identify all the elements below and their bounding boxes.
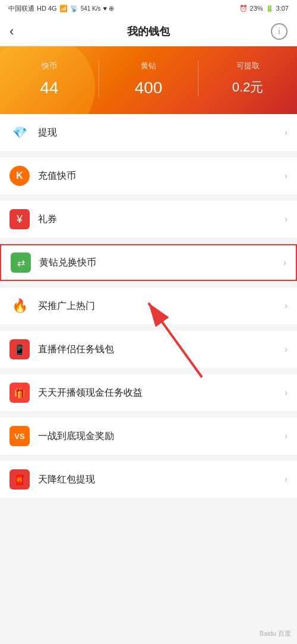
divider-4 <box>0 282 297 288</box>
network-label: HD 4G <box>37 5 57 12</box>
status-right: ⏰ 23% 🔋 3:07 <box>239 5 289 12</box>
arrow-icon-withdraw: › <box>285 127 287 138</box>
coupon-label: 礼券 <box>38 213 285 226</box>
divider-2 <box>0 195 297 201</box>
info-button[interactable]: i <box>271 23 287 40</box>
arrow-icon-live-partner: › <box>285 344 287 355</box>
divider-5 <box>0 325 297 331</box>
kuaibi-label: 快币 <box>42 61 57 71</box>
wallet-col-withdrawable: 可提取 0.2元 <box>198 61 297 96</box>
coupon-icon: ¥ <box>10 209 30 229</box>
arrow-icon-promote: › <box>285 301 287 311</box>
menu-item-live-partner[interactable]: 📱 直播伴侣任务钱包 › <box>0 331 297 368</box>
menu-item-red-packet[interactable]: 🧧 天降红包提现 › <box>0 461 297 498</box>
live-partner-icon: 📱 <box>10 339 30 359</box>
red-packet-icon: 🧧 <box>10 469 30 490</box>
page-title: 我的钱包 <box>127 24 170 39</box>
divider-7 <box>0 412 297 418</box>
daily-broadcast-label: 天天开播领现金任务收益 <box>38 387 285 399</box>
status-bar: 中国联通 HD 4G 📶 📡 541 K/s ♥ ⊕ ⏰ 23% 🔋 3:07 <box>0 0 297 17</box>
menu-section: 💎 提现 › K 充值快币 › ¥ 礼券 › ⇄ 黄钻兑换快币 › 🔥 <box>0 114 297 498</box>
exchange-label: 黄钻兑换快币 <box>39 257 283 269</box>
diamond-icon: 💎 <box>10 122 30 143</box>
k-icon: K <box>10 166 30 186</box>
carrier-label: 中国联通 <box>8 4 34 13</box>
menu-item-daily-broadcast[interactable]: 🎁 天天开播领现金任务收益 › <box>0 374 297 411</box>
extra-icons: ♥ ⊕ <box>103 5 115 12</box>
back-button[interactable]: ‹ <box>10 25 14 38</box>
broadcast-icon: 🎁 <box>10 383 30 403</box>
divider-3 <box>0 238 297 244</box>
menu-item-promote[interactable]: 🔥 买推广上热门 › <box>0 288 297 324</box>
arrow-icon-exchange: › <box>283 257 286 268</box>
withdraw-label: 提现 <box>38 127 285 139</box>
promote-label: 买推广上热门 <box>38 300 285 312</box>
wallet-col-huangzuan: 黄钻 400 <box>99 61 198 97</box>
battle-label: 一战到底现金奖励 <box>38 430 285 443</box>
status-left: 中国联通 HD 4G 📶 📡 541 K/s ♥ ⊕ <box>8 4 114 13</box>
withdrawable-value: 0.2元 <box>232 78 264 96</box>
red-packet-label: 天降红包提现 <box>38 473 285 486</box>
huangzuan-value: 400 <box>135 78 163 97</box>
wallet-col-kuaibi: 快币 44 <box>0 61 99 97</box>
speed-label: 541 K/s <box>81 5 101 12</box>
battery-icon: 🔋 <box>266 5 274 12</box>
withdrawable-label: 可提取 <box>236 61 260 71</box>
arrow-icon-red-packet: › <box>285 474 287 485</box>
page-wrapper: 中国联通 HD 4G 📶 📡 541 K/s ♥ ⊕ ⏰ 23% 🔋 3:07 … <box>0 0 297 498</box>
alarm-icon: ⏰ <box>239 5 248 12</box>
huangzuan-label: 黄钻 <box>141 61 156 71</box>
kuaibi-value: 44 <box>40 78 58 97</box>
menu-item-exchange[interactable]: ⇄ 黄钻兑换快币 › <box>0 244 297 281</box>
arrow-icon-coupon: › <box>285 214 287 225</box>
nav-bar: ‹ 我的钱包 i <box>0 17 297 46</box>
battery-label: 23% <box>250 5 263 12</box>
watermark: Baidu 百度 <box>260 629 291 638</box>
time-label: 3:07 <box>276 5 289 12</box>
divider-8 <box>0 455 297 461</box>
wifi-icon: 📡 <box>70 5 78 12</box>
fire-icon: 🔥 <box>10 296 30 316</box>
recharge-label: 充值快币 <box>38 170 285 182</box>
live-partner-label: 直播伴侣任务钱包 <box>38 343 285 356</box>
exchange-icon: ⇄ <box>11 252 31 273</box>
arrow-icon-battle: › <box>285 431 287 441</box>
divider-1 <box>0 151 297 157</box>
vs-icon: VS <box>10 426 30 446</box>
arrow-icon-daily-broadcast: › <box>285 387 287 398</box>
divider-6 <box>0 368 297 374</box>
menu-item-coupon[interactable]: ¥ 礼券 › <box>0 201 297 238</box>
info-icon: i <box>278 27 280 36</box>
menu-item-recharge[interactable]: K 充值快币 › <box>0 157 297 194</box>
menu-item-withdraw[interactable]: 💎 提现 › <box>0 114 297 151</box>
wallet-banner: 快币 44 黄钻 400 可提取 0.2元 <box>0 46 297 114</box>
signal-icon: 📶 <box>59 5 68 12</box>
arrow-icon-recharge: › <box>285 171 287 181</box>
menu-item-battle[interactable]: VS 一战到底现金奖励 › <box>0 418 297 454</box>
watermark-text: Baidu 百度 <box>260 630 291 637</box>
